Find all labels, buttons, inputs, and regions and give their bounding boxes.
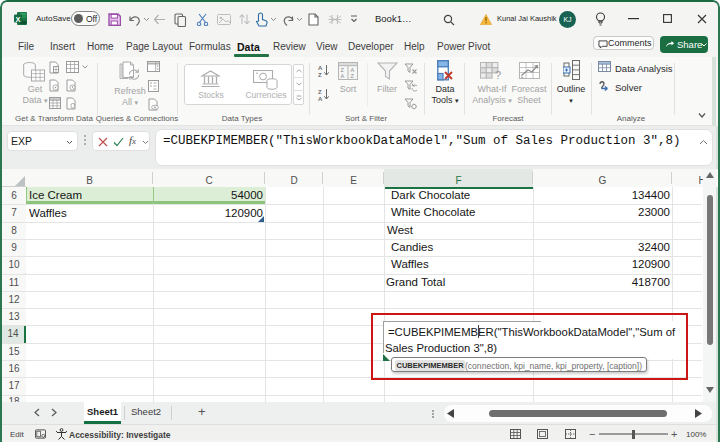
- svg-text:A: A: [318, 96, 323, 102]
- svg-text:Z: Z: [318, 89, 322, 95]
- svg-text:Z: Z: [318, 72, 322, 78]
- svg-text:A: A: [318, 65, 323, 71]
- svg-text:X: X: [15, 15, 20, 24]
- svg-text:?: ?: [495, 69, 501, 80]
- svg-text:A: A: [341, 73, 345, 79]
